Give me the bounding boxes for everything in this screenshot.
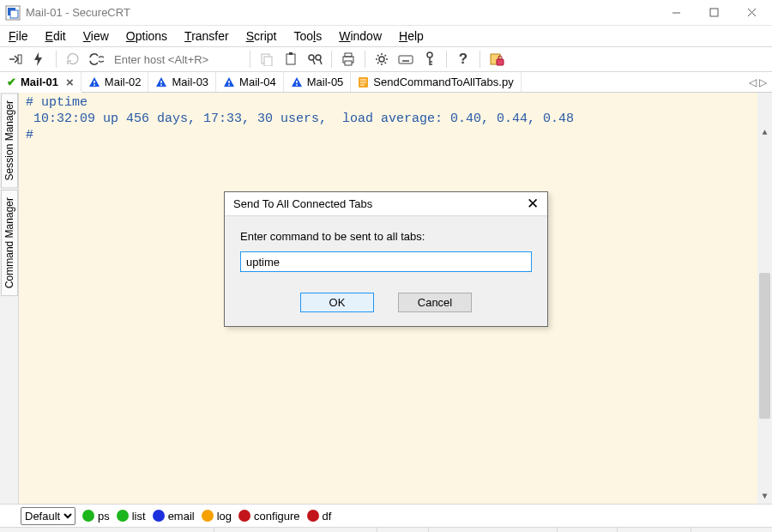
- cmd-df[interactable]: df: [307, 510, 332, 523]
- menu-options[interactable]: Options: [126, 29, 167, 43]
- menu-transfer[interactable]: Transfer: [184, 29, 229, 43]
- scroll-up-icon[interactable]: ▲: [757, 125, 772, 140]
- tab-label: Mail-02: [105, 76, 142, 88]
- svg-rect-11: [289, 52, 293, 55]
- svg-point-28: [93, 84, 95, 86]
- find-icon[interactable]: [305, 49, 325, 70]
- toolbar: ?: [0, 46, 772, 72]
- titlebar: Mail-01 - SecureCRT: [0, 0, 772, 26]
- send-all-tabs-dialog: Send To All Connected Tabs ✕ Enter comma…: [224, 191, 548, 327]
- copy-icon[interactable]: [256, 49, 277, 70]
- tab-label: SendCommandToAllTabs.py: [373, 76, 513, 88]
- sidetab-command-manager[interactable]: Command Manager: [1, 190, 18, 296]
- command-button-bar: Default ps list email log configure df: [0, 504, 772, 527]
- settings-icon[interactable]: [371, 49, 392, 70]
- menu-edit[interactable]: Edit: [45, 29, 66, 43]
- svg-rect-18: [399, 56, 413, 63]
- svg-point-17: [379, 57, 384, 62]
- toolbar-separator: [331, 51, 332, 68]
- cmd-email[interactable]: email: [153, 510, 195, 523]
- command-scheme-select[interactable]: Default: [21, 507, 75, 525]
- dot-icon: [153, 510, 165, 522]
- terminal-line: 10:32:09 up 456 days, 17:33, 30 users, l…: [26, 112, 574, 126]
- dialog-titlebar: Send To All Connected Tabs ✕: [225, 192, 547, 216]
- svg-rect-4: [710, 9, 718, 16]
- menu-window[interactable]: Window: [339, 29, 382, 43]
- tab-mail-01[interactable]: ✔ Mail-01 ×: [0, 72, 81, 93]
- dot-icon: [117, 510, 129, 522]
- status-size: 24 Rows, 80 Cols: [429, 528, 558, 532]
- menu-script[interactable]: Script: [246, 29, 277, 43]
- key-icon[interactable]: [419, 49, 440, 70]
- keyboard-icon[interactable]: [395, 49, 416, 70]
- alert-icon: [223, 76, 235, 88]
- tab-mail-04[interactable]: Mail-04: [216, 72, 284, 92]
- terminal-line: # uptime: [26, 95, 87, 110]
- cmd-ps[interactable]: ps: [82, 510, 110, 523]
- lock-session-icon[interactable]: [486, 49, 507, 70]
- dialog-prompt: Enter command to be sent to all tabs:: [240, 230, 532, 243]
- cancel-button[interactable]: Cancel: [398, 293, 472, 312]
- svg-point-30: [161, 84, 163, 86]
- status-ready: Ready: [0, 528, 214, 532]
- paste-icon[interactable]: [280, 49, 301, 70]
- tab-mail-02[interactable]: Mail-02: [81, 72, 149, 92]
- close-window-button[interactable]: [733, 1, 770, 25]
- print-icon[interactable]: [338, 49, 359, 70]
- tab-label: Mail-01: [21, 76, 58, 88]
- tab-bar: ✔ Mail-01 × Mail-02 Mail-03 Mail-04 Mail…: [0, 72, 772, 93]
- cmd-label: list: [132, 510, 146, 523]
- cmd-log[interactable]: log: [202, 510, 232, 523]
- cmd-configure[interactable]: configure: [238, 510, 299, 523]
- cmd-label: configure: [254, 510, 299, 523]
- reconnect-all-icon[interactable]: [87, 49, 107, 70]
- alert-icon: [155, 76, 167, 88]
- ok-button[interactable]: OK: [300, 293, 374, 312]
- dialog-close-icon[interactable]: ✕: [527, 195, 539, 213]
- svg-rect-9: [264, 57, 272, 66]
- maximize-button[interactable]: [695, 1, 733, 25]
- dialog-title: Send To All Connected Tabs: [233, 197, 372, 210]
- menu-file[interactable]: File: [9, 29, 28, 43]
- tab-mail-05[interactable]: Mail-05: [284, 72, 352, 92]
- menu-tools[interactable]: Tools: [294, 29, 323, 43]
- terminal-scrollbar[interactable]: ▲ ▼: [757, 93, 772, 504]
- quick-connect-icon[interactable]: [29, 49, 50, 70]
- dot-icon: [202, 510, 214, 522]
- svg-rect-2: [10, 10, 18, 18]
- menu-view[interactable]: View: [83, 29, 109, 43]
- tab-label: Mail-05: [307, 76, 344, 88]
- minimize-button[interactable]: [657, 1, 695, 25]
- cmd-list[interactable]: list: [117, 510, 146, 523]
- alert-icon: [88, 76, 100, 88]
- terminal-line: #: [26, 128, 33, 142]
- svg-rect-15: [345, 53, 352, 57]
- status-connection: ssh2: AES-256-CTR: [214, 528, 377, 532]
- status-time: 10:33 AM: [618, 528, 691, 532]
- dot-icon: [307, 510, 319, 522]
- sidetab-session-manager[interactable]: Session Manager: [1, 93, 18, 188]
- svg-point-34: [296, 84, 298, 86]
- check-icon: ✔: [7, 76, 16, 88]
- host-input[interactable]: [111, 51, 244, 68]
- reconnect-icon[interactable]: [63, 49, 83, 70]
- command-input[interactable]: [240, 251, 532, 272]
- status-cursor-pos: 3, 3: [377, 528, 429, 532]
- help-icon[interactable]: ?: [453, 49, 473, 70]
- toolbar-separator: [446, 51, 447, 68]
- status-term: Xterm: [558, 528, 618, 532]
- connect-icon[interactable]: [5, 49, 26, 70]
- toolbar-separator: [56, 51, 57, 68]
- toolbar-separator: [365, 51, 365, 68]
- cmd-label: log: [217, 510, 232, 523]
- tab-mail-03[interactable]: Mail-03: [148, 72, 216, 92]
- status-caps: CAP NUM: [691, 528, 772, 532]
- scroll-thumb[interactable]: [759, 273, 770, 419]
- close-tab-icon[interactable]: ×: [66, 75, 74, 89]
- dot-icon: [82, 510, 94, 522]
- tab-scroll-controls[interactable]: ◁ ▷: [749, 72, 767, 93]
- tab-script-file[interactable]: SendCommandToAllTabs.py: [351, 72, 521, 92]
- svg-point-24: [427, 52, 432, 57]
- menu-help[interactable]: Help: [399, 29, 424, 43]
- scroll-down-icon[interactable]: ▼: [757, 489, 772, 504]
